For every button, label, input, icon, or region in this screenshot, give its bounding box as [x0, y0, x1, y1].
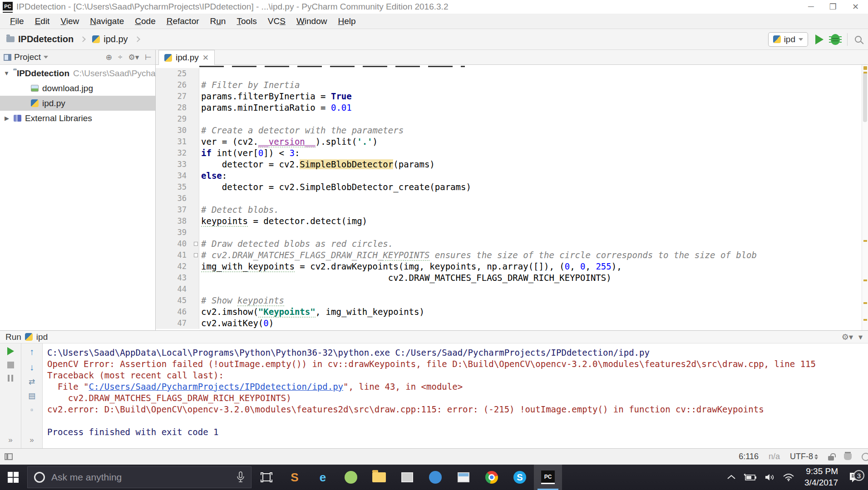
locate-icon[interactable]: ⊕ — [106, 53, 112, 62]
line-number[interactable]: 46 — [156, 306, 193, 318]
task-view-button[interactable] — [252, 465, 281, 490]
fold-gutter[interactable] — [193, 250, 199, 261]
code-area[interactable]: 2526# Filter by Inertia27params.filterBy… — [156, 65, 868, 330]
fold-gutter[interactable] — [193, 318, 199, 329]
warning-mark[interactable] — [863, 319, 867, 321]
menu-item-edit[interactable]: Edit — [30, 16, 55, 26]
app-icon-2[interactable] — [421, 465, 449, 490]
fold-gutter[interactable] — [193, 204, 199, 216]
menu-item-help[interactable]: Help — [332, 16, 361, 26]
line-number[interactable]: 43 — [156, 272, 193, 284]
menu-item-run[interactable]: Run — [205, 16, 232, 26]
clock[interactable]: 9:35 PM 3/4/2017 — [800, 466, 843, 488]
encoding-indicator[interactable]: UTF-8 — [790, 452, 818, 461]
rerun-button[interactable] — [7, 347, 14, 355]
gear-icon[interactable]: ⚙▾ — [128, 53, 139, 62]
search-input[interactable]: Ask me anything — [27, 466, 252, 488]
fold-gutter[interactable] — [193, 261, 199, 272]
edge-icon[interactable]: e — [309, 465, 337, 490]
warning-mark[interactable] — [863, 66, 867, 70]
toolwindow-toggle-icon[interactable] — [5, 453, 13, 460]
run-configuration-select[interactable]: ipd — [768, 32, 808, 47]
fold-gutter[interactable] — [193, 136, 199, 147]
run-button[interactable] — [815, 34, 824, 44]
stack-trace-link[interactable]: C:/Users/Saad/PycharmProjects/IPDdetecti… — [89, 382, 344, 392]
debug-button[interactable] — [831, 34, 840, 45]
chevron-collapsed-icon[interactable]: ▶ — [4, 115, 10, 122]
chevron-up-icon[interactable] — [726, 474, 736, 480]
menu-item-navigate[interactable]: Navigate — [84, 16, 129, 26]
menu-item-code[interactable]: Code — [129, 16, 161, 26]
notification-circle-icon[interactable] — [862, 453, 868, 461]
console-icon[interactable]: ▤ — [28, 392, 35, 400]
line-number[interactable]: 29 — [156, 113, 193, 125]
fold-gutter[interactable] — [193, 238, 199, 250]
tab-ipd-py[interactable]: ipd.py ✕ — [158, 50, 215, 65]
warning-mark[interactable] — [863, 279, 867, 281]
fold-gutter[interactable] — [193, 125, 199, 136]
skype-icon[interactable]: S — [506, 465, 534, 490]
line-number[interactable]: 41 — [156, 250, 193, 261]
wifi-icon[interactable] — [783, 473, 794, 481]
fold-gutter[interactable] — [193, 193, 199, 204]
settings-gear-icon[interactable]: ⚙▾ — [842, 332, 853, 342]
menu-item-tools[interactable]: Tools — [231, 16, 262, 26]
console-output[interactable]: C:\Users\Saad\AppData\Local\Programs\Pyt… — [43, 343, 868, 448]
breadcrumb-project[interactable]: IPDdetection — [18, 34, 74, 44]
fold-gutter[interactable] — [193, 181, 199, 193]
line-number[interactable]: 38 — [156, 216, 193, 227]
start-button[interactable] — [0, 465, 26, 490]
chevron-expanded-icon[interactable]: ▼ — [4, 70, 10, 77]
warning-mark[interactable] — [863, 72, 867, 74]
fold-gutter[interactable] — [193, 113, 199, 125]
maximize-button[interactable]: ❐ — [829, 2, 837, 12]
line-number[interactable]: 39 — [156, 227, 193, 238]
menu-item-refactor[interactable]: Refactor — [161, 16, 205, 26]
up-stack-trace-icon[interactable]: ↑ — [30, 347, 34, 356]
line-number[interactable]: 47 — [156, 318, 193, 329]
inspections-hector-icon[interactable] — [844, 453, 852, 460]
pause-button[interactable] — [8, 375, 13, 382]
fold-gutter[interactable] — [193, 227, 199, 238]
line-number[interactable]: 44 — [156, 284, 193, 295]
app-icon-3[interactable] — [449, 465, 478, 490]
action-center-button[interactable]: 3 — [844, 472, 865, 483]
fold-gutter[interactable] — [193, 91, 199, 102]
search-everywhere-icon[interactable] — [855, 36, 862, 43]
minimize-button[interactable]: ─ — [808, 2, 814, 12]
line-number[interactable]: 45 — [156, 295, 193, 306]
expand-icon[interactable]: » — [30, 436, 34, 445]
chrome-icon[interactable] — [478, 465, 506, 490]
tree-root-ipddetection[interactable]: ▼ IPDdetection C:\Users\Saad\Pycha — [0, 66, 155, 81]
tree-item-download-jpg[interactable]: download.jpg — [0, 81, 155, 96]
line-number[interactable]: 35 — [156, 181, 193, 193]
close-button[interactable]: ✕ — [852, 2, 859, 12]
tree-item-ipd-py[interactable]: ipd.py — [0, 96, 155, 111]
stop-button[interactable] — [7, 362, 14, 368]
fold-gutter[interactable] — [193, 68, 199, 79]
fold-gutter[interactable] — [193, 295, 199, 306]
fold-gutter[interactable] — [193, 306, 199, 318]
scrollbar-thumb[interactable] — [863, 72, 867, 122]
error-stripe-scrollbar[interactable] — [862, 65, 868, 330]
print-icon[interactable]: ▫ — [30, 406, 33, 414]
collapse-all-icon[interactable]: ÷ — [118, 53, 122, 62]
pycharm-icon[interactable]: PC — [534, 465, 562, 490]
warning-mark[interactable] — [863, 302, 867, 304]
hide-panel-icon[interactable]: ⊢ — [145, 53, 152, 62]
line-number[interactable]: 27 — [156, 91, 193, 102]
sublime-icon[interactable]: S — [281, 465, 309, 490]
line-number[interactable]: 40 — [156, 238, 193, 250]
run-tab-label[interactable]: ipd — [36, 332, 48, 342]
project-panel-title[interactable]: Project — [14, 52, 41, 62]
line-number[interactable]: 28 — [156, 102, 193, 113]
restore-layout-icon[interactable]: ⇄ — [29, 378, 35, 386]
line-number[interactable]: 32 — [156, 147, 193, 159]
warning-mark[interactable] — [863, 240, 867, 242]
menu-item-window[interactable]: Window — [291, 16, 333, 26]
line-number[interactable]: 37 — [156, 204, 193, 216]
caret-position[interactable]: 6:116 — [739, 452, 759, 461]
fold-gutter[interactable] — [193, 284, 199, 295]
lock-icon[interactable] — [828, 456, 834, 461]
fold-gutter[interactable] — [193, 272, 199, 284]
